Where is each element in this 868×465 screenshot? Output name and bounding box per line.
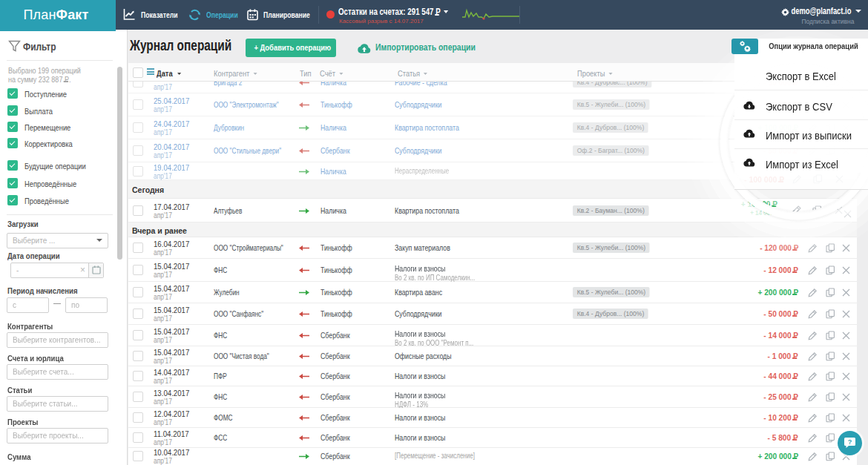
svg-text:?: ?	[848, 438, 852, 446]
